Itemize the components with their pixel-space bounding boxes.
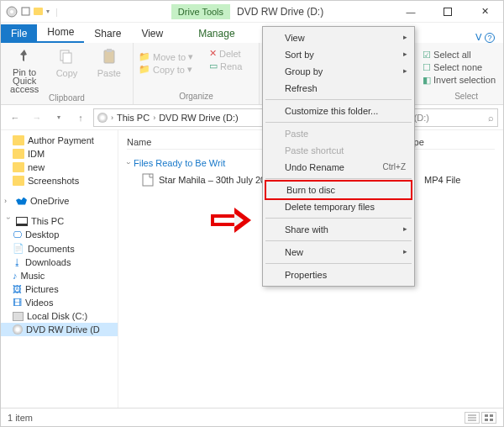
ctx-new[interactable]: New <box>265 244 412 261</box>
drive-tools-contextual-tab: Drive Tools <box>171 7 230 17</box>
tab-manage[interactable]: Manage <box>188 24 244 43</box>
svg-rect-6 <box>104 50 114 63</box>
nav-back-button[interactable]: ← <box>6 108 24 127</box>
folder-icon <box>13 162 24 172</box>
delete-icon: ✕ <box>209 48 217 59</box>
svg-rect-8 <box>143 174 153 186</box>
copy-button[interactable]: Copy <box>48 46 85 93</box>
ctx-group-by[interactable]: Group by <box>265 63 412 80</box>
ctx-separator <box>265 240 412 241</box>
desktop-icon: 🖵 <box>13 229 22 240</box>
ctx-delete-temp[interactable]: Delete temporary files <box>265 198 412 215</box>
column-type[interactable]: Type <box>404 137 488 147</box>
svg-rect-2 <box>22 8 29 15</box>
invert-selection-button[interactable]: ◧ Invert selection <box>423 75 498 86</box>
ctx-share-with[interactable]: Share with <box>265 221 412 238</box>
annotation-arrow <box>211 209 256 231</box>
sidebar-item-documents[interactable]: 📄Documents <box>1 241 118 256</box>
svg-rect-3 <box>444 8 452 15</box>
context-menu: View Sort by Group by Refresh Customize … <box>262 26 415 287</box>
ctx-undo-rename[interactable]: Undo RenameCtrl+Z <box>265 159 412 176</box>
status-bar: 1 item <box>1 408 503 426</box>
ctx-properties[interactable]: Properties <box>265 266 412 283</box>
address-row: ← → ▾ ↑ › This PC › DVD RW Drive (D:) ve… <box>1 105 503 130</box>
move-icon: 📁 <box>139 51 150 62</box>
breadcrumb-drive[interactable]: DVD RW Drive (D:) <box>159 113 239 123</box>
tab-home[interactable]: Home <box>37 23 84 43</box>
music-icon: ♪ <box>13 271 18 281</box>
sidebar-item-screenshots[interactable]: Screenshots <box>1 174 118 187</box>
drive-icon <box>13 312 24 321</box>
minimize-button[interactable]: — <box>392 1 429 23</box>
ctx-view[interactable]: View <box>265 29 412 46</box>
ctx-separator <box>265 122 412 123</box>
copy-icon <box>56 46 76 66</box>
svg-rect-13 <box>490 414 493 417</box>
details-view-button[interactable] <box>465 412 480 424</box>
close-button[interactable]: ✕ <box>466 1 503 23</box>
sidebar-item-local-disk[interactable]: Local Disk (C:) <box>1 309 118 323</box>
pictures-icon: 🖼 <box>13 284 22 294</box>
paste-icon <box>99 46 119 66</box>
search-icon: ⌕ <box>488 113 494 123</box>
breadcrumb-this-pc[interactable]: This PC <box>117 113 150 123</box>
sidebar-item-onedrive[interactable]: ›OneDrive <box>1 194 118 208</box>
delete-button[interactable]: ✕ Delet <box>209 48 242 59</box>
status-item-count: 1 item <box>8 413 33 423</box>
qat-overflow-icon[interactable]: ▾ <box>46 8 50 15</box>
sidebar-item-author-payment[interactable]: Author Payment <box>1 134 118 147</box>
ctx-separator <box>265 263 412 264</box>
chevron-down-icon: › <box>124 162 133 165</box>
nav-up-button[interactable]: ↑ <box>71 108 90 127</box>
ctx-paste-shortcut: Paste shortcut <box>265 142 412 159</box>
svg-rect-14 <box>485 419 488 421</box>
paste-button[interactable]: Paste <box>91 46 128 93</box>
sidebar-item-pictures[interactable]: 🖼Pictures <box>1 282 118 296</box>
ctx-sort-by[interactable]: Sort by <box>265 46 412 63</box>
sidebar-item-idm[interactable]: IDM <box>1 147 118 161</box>
invert-icon: ◧ <box>423 75 431 85</box>
ribbon-tabs: File Home Share View Manage ᐯ ? <box>1 23 503 43</box>
ctx-customize[interactable]: Customize this folder... <box>265 103 412 119</box>
sidebar-item-desktop[interactable]: 🖵Desktop <box>1 228 118 241</box>
rename-button[interactable]: ▭ Rena <box>209 61 242 71</box>
file-icon <box>142 173 154 187</box>
downloads-icon: ⭳ <box>13 257 22 267</box>
tab-view[interactable]: View <box>131 24 173 43</box>
icons-view-button[interactable] <box>481 412 496 424</box>
documents-icon: 📄 <box>13 243 24 254</box>
qat-folder-icon[interactable] <box>34 7 43 17</box>
sidebar-item-dvd[interactable]: DVD RW Drive (D <box>1 323 118 336</box>
sidebar-item-new[interactable]: new <box>1 161 118 174</box>
pc-icon <box>16 217 28 226</box>
qat-save-icon[interactable] <box>21 7 30 16</box>
select-all-button[interactable]: ☑ Select all <box>423 50 498 61</box>
ribbon-collapse-icon[interactable]: ᐯ ? <box>475 32 495 43</box>
tab-share[interactable]: Share <box>84 24 131 43</box>
titlebar: ▾ | Drive Tools DVD RW Drive (D:) — ✕ <box>1 1 503 23</box>
pin-icon <box>14 46 34 66</box>
pin-to-quick-access-button[interactable]: Pin to Quick access <box>6 46 43 93</box>
navigation-pane: Author Payment IDM new Screenshots ›OneD… <box>1 130 118 408</box>
select-all-icon: ☑ <box>423 50 431 60</box>
folder-icon <box>13 176 24 186</box>
tab-file[interactable]: File <box>1 24 37 43</box>
svg-rect-7 <box>107 49 112 52</box>
nav-recent-button[interactable]: ▾ <box>50 108 68 127</box>
maximize-button[interactable] <box>429 1 466 23</box>
select-none-icon: ☐ <box>423 62 431 72</box>
app-icon <box>6 6 18 18</box>
ctx-refresh[interactable]: Refresh <box>265 80 412 97</box>
ctx-separator <box>265 218 412 219</box>
ctx-burn-to-disc[interactable]: Burn to disc <box>265 180 412 200</box>
ribbon-group-organize: Organize <box>139 92 254 101</box>
sidebar-item-downloads[interactable]: ⭳Downloads <box>1 256 118 269</box>
videos-icon: 🎞 <box>13 298 22 308</box>
ribbon-group-clipboard: Clipboard <box>6 93 128 103</box>
nav-forward-button[interactable]: → <box>28 108 46 127</box>
sidebar-item-videos[interactable]: 🎞Videos <box>1 296 118 309</box>
sidebar-item-music[interactable]: ♪Music <box>1 269 118 282</box>
sidebar-item-this-pc[interactable]: ›This PC <box>1 214 118 228</box>
ctx-separator <box>265 178 412 179</box>
select-none-button[interactable]: ☐ Select none <box>423 62 498 73</box>
